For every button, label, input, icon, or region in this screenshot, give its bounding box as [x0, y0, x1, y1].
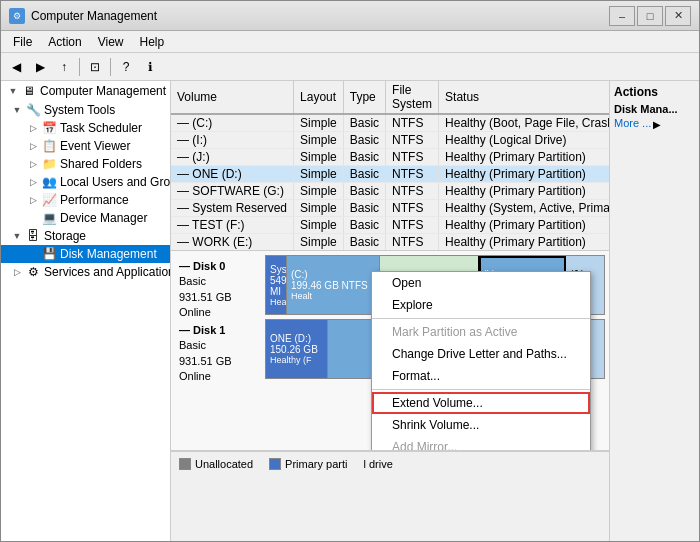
localusers-expand-icon: ▷ — [25, 174, 41, 190]
table-row[interactable]: — (J:) Simple Basic NTFS Healthy (Primar… — [171, 149, 609, 166]
main-window: ⚙ Computer Management – □ ✕ File Action … — [0, 0, 700, 542]
sidebar-item-services[interactable]: ▷ ⚙ Services and Applications — [1, 263, 170, 281]
table-row[interactable]: — System Reserved Simple Basic NTFS Heal… — [171, 200, 609, 217]
col-type[interactable]: Type — [343, 81, 385, 114]
col-volume[interactable]: Volume — [171, 81, 294, 114]
diskmgmt-icon: 💾 — [41, 246, 57, 262]
up-button[interactable]: ↑ — [53, 56, 75, 78]
ctx-format[interactable]: Format... — [372, 365, 590, 387]
table-row[interactable]: — (I:) Simple Basic NTFS Healthy (Logica… — [171, 132, 609, 149]
cell-layout: Simple — [294, 200, 344, 217]
devmgr-label: Device Manager — [60, 211, 147, 225]
menu-view[interactable]: View — [90, 33, 132, 51]
cell-type: Basic — [343, 183, 385, 200]
tree-root[interactable]: ▼ 🖥 Computer Management (Local — [1, 81, 170, 101]
task-label: Task Scheduler — [60, 121, 142, 135]
ctx-mark-active: Mark Partition as Active — [372, 321, 590, 343]
cell-fs: NTFS — [386, 114, 439, 132]
sidebar-item-storage[interactable]: ▼ 🗄 Storage — [1, 227, 170, 245]
disk-table-area[interactable]: Volume Layout Type File System Status — … — [171, 81, 609, 251]
ctx-change-drive[interactable]: Change Drive Letter and Paths... — [372, 343, 590, 365]
disk1-status: Online — [179, 369, 261, 384]
table-row[interactable]: — TEST (F:) Simple Basic NTFS Healthy (P… — [171, 217, 609, 234]
disk0-part0[interactable]: Syster 549 MI Healt — [266, 256, 287, 314]
close-button[interactable]: ✕ — [665, 6, 691, 26]
cell-fs: NTFS — [386, 166, 439, 183]
status-unallocated-label: Unallocated — [195, 458, 253, 470]
table-row[interactable]: — WORK (E:) Simple Basic NTFS Healthy (P… — [171, 234, 609, 251]
cell-status: Healthy (System, Active, Primary Partiti… — [439, 200, 609, 217]
main-area: ▼ 🖥 Computer Management (Local ▼ 🔧 Syste… — [1, 81, 699, 541]
cell-volume: — SOFTWARE (G:) — [171, 183, 294, 200]
cell-volume: — (C:) — [171, 114, 294, 132]
sidebar-item-performance[interactable]: ▷ 📈 Performance — [1, 191, 170, 209]
cell-volume: — TEST (F:) — [171, 217, 294, 234]
storage-icon: 🗄 — [25, 228, 41, 244]
forward-button[interactable]: ▶ — [29, 56, 51, 78]
menu-file[interactable]: File — [5, 33, 40, 51]
status-unallocated: Unallocated — [179, 458, 253, 470]
col-status[interactable]: Status — [439, 81, 609, 114]
col-filesystem[interactable]: File System — [386, 81, 439, 114]
ctx-sep2 — [372, 389, 590, 390]
sidebar-item-task-scheduler[interactable]: ▷ 📅 Task Scheduler — [1, 119, 170, 137]
status-unallocated-color — [179, 458, 191, 470]
storage-expand-icon: ▼ — [9, 228, 25, 244]
actions-section: Disk Mana... — [614, 103, 695, 115]
actions-more-container: More ... ▶ — [614, 117, 695, 131]
ctx-extend-volume[interactable]: Extend Volume... — [372, 392, 590, 414]
disk0-part1[interactable]: (C:) 199.46 GB NTFS Healt — [287, 256, 380, 314]
shared-label: Shared Folders — [60, 157, 142, 171]
info-button[interactable]: ℹ — [139, 56, 161, 78]
event-icon: 📋 — [41, 138, 57, 154]
disk0-size: 931.51 GB — [179, 290, 261, 305]
actions-more-link[interactable]: More ... — [614, 117, 651, 129]
sidebar-item-local-users[interactable]: ▷ 👥 Local Users and Groups — [1, 173, 170, 191]
show-hide-button[interactable]: ⊡ — [84, 56, 106, 78]
sidebar-item-disk-management[interactable]: 💾 Disk Management — [1, 245, 170, 263]
event-expand-icon: ▷ — [25, 138, 41, 154]
disk1-label: — Disk 1 Basic 931.51 GB Online — [175, 319, 265, 379]
root-expand-icon: ▼ — [5, 83, 21, 99]
cell-layout: Simple — [294, 234, 344, 251]
title-bar: ⚙ Computer Management – □ ✕ — [1, 1, 699, 31]
perf-expand-icon: ▷ — [25, 192, 41, 208]
cell-volume: — System Reserved — [171, 200, 294, 217]
root-icon: 🖥 — [21, 83, 37, 99]
table-row[interactable]: — (C:) Simple Basic NTFS Healthy (Boot, … — [171, 114, 609, 132]
left-panel: ▼ 🖥 Computer Management (Local ▼ 🔧 Syste… — [1, 81, 171, 541]
sidebar-item-shared-folders[interactable]: ▷ 📁 Shared Folders — [1, 155, 170, 173]
ctx-shrink-volume[interactable]: Shrink Volume... — [372, 414, 590, 436]
maximize-button[interactable]: □ — [637, 6, 663, 26]
disk0-label: — Disk 0 Basic 931.51 GB Online — [175, 255, 265, 315]
ctx-open[interactable]: Open — [372, 272, 590, 294]
sidebar-item-system-tools[interactable]: ▼ 🔧 System Tools — [1, 101, 170, 119]
disk0-name: — Disk 0 — [179, 259, 261, 274]
cell-type: Basic — [343, 166, 385, 183]
tree-root-label: Computer Management (Local — [40, 84, 171, 98]
storage-label: Storage — [44, 229, 86, 243]
toolbar-separator-1 — [79, 58, 80, 76]
table-row[interactable]: — SOFTWARE (G:) Simple Basic NTFS Health… — [171, 183, 609, 200]
toolbar: ◀ ▶ ↑ ⊡ ? ℹ — [1, 53, 699, 81]
menu-help[interactable]: Help — [132, 33, 173, 51]
disk1-part0[interactable]: ONE (D:) 150.26 GB Healthy (F — [266, 320, 328, 378]
help-button[interactable]: ? — [115, 56, 137, 78]
sidebar-item-device-manager[interactable]: 💻 Device Manager — [1, 209, 170, 227]
status-primary-label: Primary parti — [285, 458, 347, 470]
disk1-size: 931.51 GB — [179, 354, 261, 369]
status-primary: Primary parti — [269, 458, 347, 470]
menu-action[interactable]: Action — [40, 33, 89, 51]
ctx-explore[interactable]: Explore — [372, 294, 590, 316]
back-button[interactable]: ◀ — [5, 56, 27, 78]
perf-label: Performance — [60, 193, 129, 207]
status-primary-color — [269, 458, 281, 470]
task-expand-icon: ▷ — [25, 120, 41, 136]
actions-arrow-icon: ▶ — [653, 119, 661, 130]
sidebar-item-event-viewer[interactable]: ▷ 📋 Event Viewer — [1, 137, 170, 155]
system-tools-icon: 🔧 — [25, 102, 41, 118]
col-layout[interactable]: Layout — [294, 81, 344, 114]
cell-type: Basic — [343, 114, 385, 132]
table-row[interactable]: — ONE (D:) Simple Basic NTFS Healthy (Pr… — [171, 166, 609, 183]
minimize-button[interactable]: – — [609, 6, 635, 26]
